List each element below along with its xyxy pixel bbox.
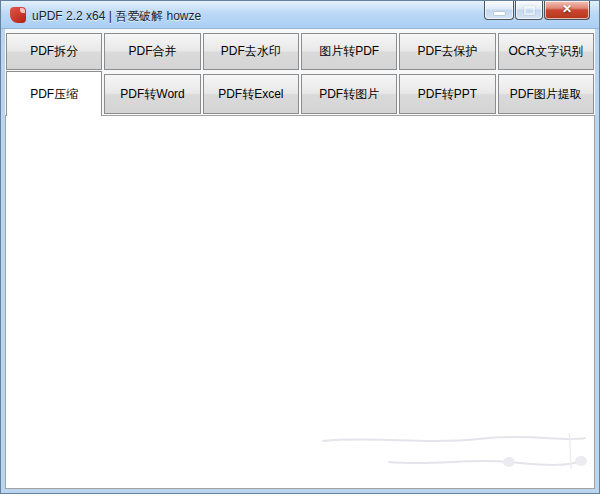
tab-row-1: PDF拆分 PDF合并 PDF去水印 图片转PDF PDF去保护 OCR文字识别 — [6, 33, 594, 70]
tab-page-pdf-compress — [5, 115, 595, 489]
tab-pdf-image-extract[interactable]: PDF图片提取 — [498, 74, 594, 114]
tab-pdf-to-excel[interactable]: PDF转Excel — [203, 74, 299, 114]
titlebar[interactable]: uPDF 2.2 x64 | 吾爱破解 howze ✕ — [1, 1, 599, 29]
tab-pdf-remove-watermark[interactable]: PDF去水印 — [203, 33, 299, 70]
minimize-button[interactable] — [484, 1, 514, 20]
tab-image-to-pdf[interactable]: 图片转PDF — [301, 33, 397, 70]
minimize-icon — [494, 12, 505, 15]
tab-pdf-merge[interactable]: PDF合并 — [104, 33, 200, 70]
close-button[interactable]: ✕ — [544, 1, 590, 20]
tab-pdf-to-image[interactable]: PDF转图片 — [301, 74, 397, 114]
window-controls: ✕ — [484, 1, 590, 20]
tab-pdf-to-word[interactable]: PDF转Word — [104, 74, 200, 114]
tab-pdf-split[interactable]: PDF拆分 — [6, 33, 102, 70]
tab-pdf-compress[interactable]: PDF压缩 — [6, 71, 102, 116]
tab-pdf-unprotect[interactable]: PDF去保护 — [399, 33, 495, 70]
tab-ocr[interactable]: OCR文字识别 — [498, 33, 594, 70]
tab-pdf-to-ppt[interactable]: PDF转PPT — [399, 74, 495, 114]
maximize-icon — [524, 6, 535, 15]
tab-row-2: PDF压缩 PDF转Word PDF转Excel PDF转图片 PDF转PPT … — [6, 74, 594, 114]
app-pdf-icon — [10, 7, 26, 23]
app-window: uPDF 2.2 x64 | 吾爱破解 howze ✕ PDF拆分 PDF合并 … — [0, 0, 600, 494]
window-title: uPDF 2.2 x64 | 吾爱破解 howze — [32, 8, 201, 25]
maximize-button[interactable] — [515, 1, 543, 20]
